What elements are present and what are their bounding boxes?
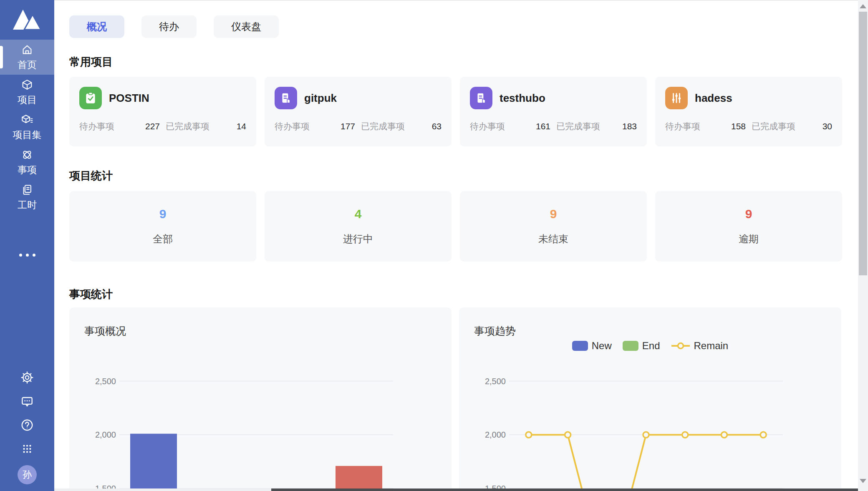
sidebar-item-home[interactable]: 首页 — [0, 40, 54, 75]
project-stats-row: 9 全部 4 进行中 9 未结束 9 逾期 — [69, 191, 842, 262]
app-logo[interactable] — [0, 0, 54, 40]
tab-label: 概况 — [87, 20, 107, 33]
vertical-scrollbar[interactable] — [858, 0, 868, 491]
dot — [19, 254, 22, 257]
stat-card-inprogress[interactable]: 4 进行中 — [265, 191, 452, 262]
todo-count: 227 — [145, 121, 160, 131]
horizontal-scrollbar-thumb[interactable] — [271, 488, 858, 491]
sidebar-item-label: 项目 — [18, 93, 37, 106]
stat-card-all[interactable]: 9 全部 — [69, 191, 256, 262]
done-label: 已完成事项 — [361, 121, 405, 132]
done-count: 183 — [622, 121, 637, 131]
sidebar-item-label: 首页 — [18, 58, 37, 71]
stat-label: 未结束 — [538, 232, 568, 246]
active-indicator — [0, 46, 3, 68]
vertical-scrollbar-thumb[interactable] — [859, 12, 867, 275]
section-title-project-stats: 项目统计 — [69, 169, 113, 183]
done-count: 14 — [237, 121, 246, 131]
cube-icon — [20, 78, 34, 91]
user-avatar[interactable]: 孙 — [18, 465, 37, 484]
done-count: 63 — [432, 121, 442, 131]
stat-value: 9 — [745, 207, 752, 221]
tab-overview[interactable]: 概况 — [69, 15, 124, 38]
stat-card-overdue[interactable]: 9 逾期 — [655, 191, 842, 262]
apps-button[interactable] — [20, 441, 35, 456]
stat-value: 9 — [159, 207, 167, 221]
tab-label: 待办 — [159, 20, 179, 33]
stat-value: 9 — [550, 207, 557, 221]
knot-icon — [20, 148, 34, 161]
avatar-text: 孙 — [23, 468, 32, 481]
todo-label: 待办事项 — [79, 121, 114, 132]
project-card[interactable]: gitpuk 待办事项 177 已完成事项 63 — [265, 77, 452, 146]
project-card-stats: 待办事项 161 已完成事项 183 — [470, 121, 637, 132]
project-name: POSTIN — [109, 92, 149, 105]
sidebar-item-worktime[interactable]: 工时 — [0, 180, 54, 215]
question-icon — [20, 418, 34, 432]
logo-icon — [12, 8, 42, 32]
feedback-button[interactable] — [20, 394, 35, 409]
dot — [33, 254, 35, 257]
done-label: 已完成事项 — [556, 121, 600, 132]
sidebar-more-button[interactable] — [0, 254, 54, 257]
scroll-up-arrow-icon[interactable] — [860, 4, 866, 8]
project-card-stats: 待办事项 227 已完成事项 14 — [79, 121, 246, 132]
done-label: 已完成事项 — [166, 121, 209, 132]
stat-label: 进行中 — [343, 232, 373, 246]
stat-label: 全部 — [153, 232, 173, 246]
todo-stat: 待办事项 161 — [470, 121, 550, 132]
cube-list-icon — [20, 113, 34, 126]
todo-count: 158 — [731, 121, 746, 131]
project-card-header: POSTIN — [79, 87, 246, 109]
issue-trend-chart: 2,5002,0001,500 — [459, 307, 841, 491]
sidebar: 首页 项目 项目集 事项 工时 — [0, 0, 54, 491]
todo-label: 待办事项 — [470, 121, 505, 132]
gear-icon — [20, 370, 34, 385]
todo-label: 待办事项 — [665, 121, 700, 132]
view-tabs: 概况 待办 仪表盘 — [69, 15, 279, 38]
todo-count: 177 — [341, 121, 355, 131]
todo-stat: 待办事项 227 — [79, 121, 160, 132]
sidebar-item-label: 项目集 — [13, 128, 42, 141]
svg-text:2,000: 2,000 — [95, 430, 116, 439]
message-icon — [20, 394, 34, 408]
done-stat: 已完成事项 63 — [361, 121, 442, 132]
project-card[interactable]: testhubo 待办事项 161 已完成事项 183 — [460, 77, 647, 146]
tab-label: 仪表盘 — [231, 20, 261, 33]
grid-icon — [20, 442, 34, 456]
project-card-header: gitpuk — [275, 87, 442, 109]
todo-stat: 待办事项 158 — [665, 121, 746, 132]
sidebar-footer: 孙 — [0, 370, 54, 484]
project-card-header: testhubo — [470, 87, 637, 109]
stat-card-unfinished[interactable]: 9 未结束 — [460, 191, 647, 262]
sidebar-item-label: 工时 — [18, 199, 37, 212]
project-cards-row: POSTIN 待办事项 227 已完成事项 14 gitpuk 待办事项 177 — [69, 77, 842, 146]
project-card[interactable]: POSTIN 待办事项 227 已完成事项 14 — [69, 77, 256, 146]
stat-value: 4 — [355, 207, 362, 221]
help-button[interactable] — [20, 418, 35, 433]
project-name: testhubo — [500, 92, 545, 105]
svg-text:2,000: 2,000 — [485, 430, 506, 439]
todo-label: 待办事项 — [275, 121, 310, 132]
sidebar-item-programs[interactable]: 项目集 — [0, 110, 54, 145]
home-icon — [20, 43, 34, 56]
sidebar-item-issues[interactable]: 事项 — [0, 145, 54, 180]
project-card[interactable]: hadess 待办事项 158 已完成事项 30 — [655, 77, 842, 146]
issue-trend-card: 事项趋势 New End Remain 2,5002,0001,500 — [459, 307, 841, 491]
documents-icon — [20, 183, 34, 196]
settings-button[interactable] — [20, 370, 35, 385]
section-title-common-projects: 常用项目 — [69, 55, 113, 69]
dot — [26, 254, 29, 257]
tab-todo[interactable]: 待办 — [141, 15, 197, 38]
todo-stat: 待办事项 177 — [275, 121, 355, 132]
tab-dashboard[interactable]: 仪表盘 — [214, 15, 279, 38]
horizontal-scrollbar[interactable] — [54, 488, 858, 491]
scroll-down-arrow-icon[interactable] — [860, 479, 866, 483]
sidebar-item-projects[interactable]: 项目 — [0, 75, 54, 110]
done-stat: 已完成事项 183 — [556, 121, 637, 132]
clipboard-check-icon — [79, 87, 102, 109]
project-card-header: hadess — [665, 87, 832, 109]
content-top-border — [54, 0, 858, 1]
done-stat: 已完成事项 14 — [166, 121, 246, 132]
project-card-stats: 待办事项 158 已完成事项 30 — [665, 121, 832, 132]
